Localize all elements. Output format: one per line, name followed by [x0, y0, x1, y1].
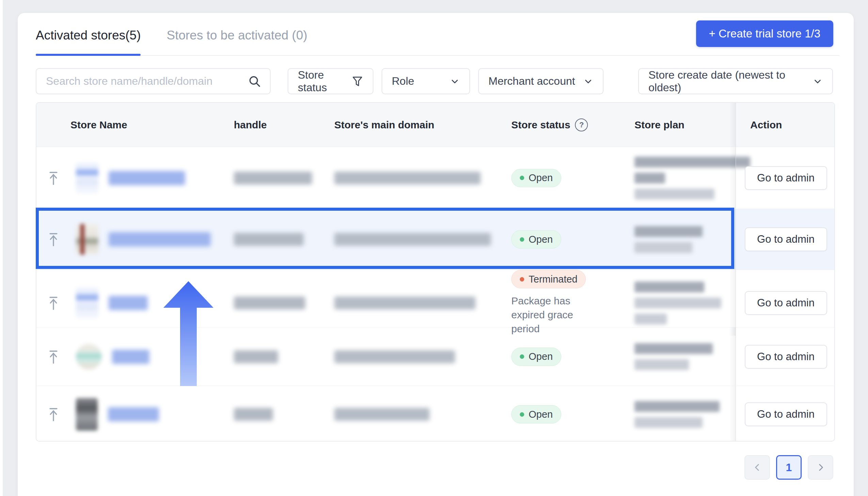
- store-logo: [76, 224, 98, 254]
- pin-to-top-icon[interactable]: [47, 232, 60, 247]
- store-plan-redacted: [630, 209, 736, 269]
- role-filter-label: Role: [392, 75, 414, 88]
- status-label: Terminated: [528, 274, 577, 285]
- status-cell: Open: [511, 386, 630, 441]
- pagination-prev-button[interactable]: [744, 455, 770, 480]
- search-box: [36, 68, 271, 94]
- plan-line-redacted: [634, 343, 713, 354]
- table-row: Open Go to admin: [36, 147, 834, 209]
- status-label: Open: [528, 409, 553, 420]
- create-trial-store-button[interactable]: + Create trial store 1/3: [696, 20, 833, 47]
- plan-line-redacted: [634, 401, 720, 412]
- store-name-link[interactable]: [109, 296, 148, 310]
- store-name-link[interactable]: [108, 407, 159, 421]
- status-dot-icon: [520, 412, 524, 417]
- status-cell: Open: [511, 209, 630, 269]
- pin-to-top-icon[interactable]: [47, 349, 60, 364]
- go-to-admin-button[interactable]: Go to admin: [745, 402, 827, 426]
- table-row: Terminated Package has expired grace per…: [36, 270, 834, 327]
- status-badge: Open: [511, 230, 561, 248]
- store-status-filter[interactable]: Store status: [288, 68, 374, 94]
- chevron-left-icon: [752, 462, 762, 472]
- action-cell: Go to admin: [736, 147, 835, 209]
- plan-line-redacted: [634, 417, 703, 428]
- pin-to-top-icon[interactable]: [47, 171, 60, 186]
- header-pin-column: [36, 103, 70, 147]
- go-to-admin-button[interactable]: Go to admin: [745, 228, 827, 251]
- domain-cell: [334, 386, 511, 441]
- pin-cell: [36, 209, 70, 269]
- chevron-down-icon: [449, 76, 460, 87]
- handle-cell: [234, 147, 334, 209]
- handle-cell: [234, 327, 334, 386]
- tab-stores-to-be-activated[interactable]: Stores to be activated (0): [167, 29, 307, 55]
- tab-activated-stores[interactable]: Activated stores(5): [36, 29, 141, 55]
- store-name-cell: [70, 209, 234, 269]
- pin-to-top-icon[interactable]: [47, 295, 60, 310]
- store-logo: [76, 344, 102, 370]
- merchant-account-filter[interactable]: Merchant account: [478, 68, 603, 94]
- pin-cell: [36, 147, 70, 209]
- pagination-next-button[interactable]: [808, 455, 833, 480]
- store-name-link[interactable]: [112, 350, 149, 364]
- status-cell: Open: [511, 327, 630, 386]
- store-plan-redacted: [630, 386, 736, 441]
- role-filter[interactable]: Role: [382, 68, 470, 94]
- plan-line-redacted: [634, 313, 667, 324]
- domain-cell: [334, 270, 511, 336]
- go-to-admin-button[interactable]: Go to admin: [745, 345, 827, 369]
- go-to-admin-button[interactable]: Go to admin: [745, 291, 827, 315]
- status-cell: Open: [511, 147, 630, 209]
- header-store-status: Store status ?: [511, 103, 630, 147]
- plan-line-redacted: [634, 281, 704, 292]
- search-input[interactable]: [45, 75, 248, 88]
- filter-row: Store status Role Merchant account: [36, 68, 833, 94]
- store-logo: [76, 288, 98, 318]
- store-handle-redacted: [234, 233, 304, 246]
- pin-cell: [36, 386, 70, 441]
- store-domain-redacted: [334, 233, 491, 246]
- handle-cell: [234, 270, 334, 336]
- status-label: Open: [528, 234, 553, 245]
- store-domain-redacted: [334, 172, 480, 185]
- search-icon: [248, 75, 261, 88]
- domain-cell: [334, 147, 511, 209]
- domain-cell: [334, 209, 511, 269]
- store-name-cell: [70, 386, 234, 441]
- status-cell: Terminated Package has expired grace per…: [511, 270, 630, 336]
- filter-funnel-icon: [352, 76, 363, 87]
- header-action: Action: [736, 103, 835, 147]
- store-name-link[interactable]: [109, 232, 211, 247]
- pagination: 1: [744, 455, 833, 480]
- status-badge: Terminated: [511, 270, 586, 288]
- status-badge: Open: [511, 405, 561, 423]
- status-dot-icon: [520, 354, 524, 359]
- sort-dropdown[interactable]: Store create date (newest to oldest): [638, 68, 833, 94]
- action-cell: Go to admin: [736, 209, 835, 269]
- stores-table: Store Name handle Store's main domain St…: [36, 102, 835, 441]
- store-status-filter-label: Store status: [298, 69, 344, 94]
- table-row: Open Go to admin: [36, 327, 834, 386]
- store-plan-redacted: [630, 270, 736, 336]
- handle-cell: [234, 386, 334, 441]
- pin-cell: [36, 270, 70, 336]
- store-plan-redacted: [630, 327, 736, 386]
- help-icon[interactable]: ?: [575, 119, 588, 131]
- pagination-page-1[interactable]: 1: [776, 455, 802, 480]
- go-to-admin-button[interactable]: Go to admin: [745, 166, 827, 190]
- store-logo: [76, 163, 98, 193]
- chevron-down-icon: [812, 76, 823, 87]
- status-label: Open: [528, 172, 553, 184]
- table-row: Open Go to admin: [36, 386, 834, 441]
- store-name-link[interactable]: [109, 171, 185, 185]
- store-domain-redacted: [334, 350, 455, 363]
- status-badge: Open: [511, 347, 561, 366]
- plan-line-redacted: [634, 157, 750, 168]
- merchant-account-filter-label: Merchant account: [488, 75, 575, 88]
- pin-to-top-icon[interactable]: [47, 407, 60, 422]
- plan-line-redacted: [634, 189, 714, 200]
- store-logo: [76, 398, 98, 431]
- handle-cell: [234, 209, 334, 269]
- store-name-cell: [70, 147, 234, 209]
- store-handle-redacted: [234, 296, 305, 309]
